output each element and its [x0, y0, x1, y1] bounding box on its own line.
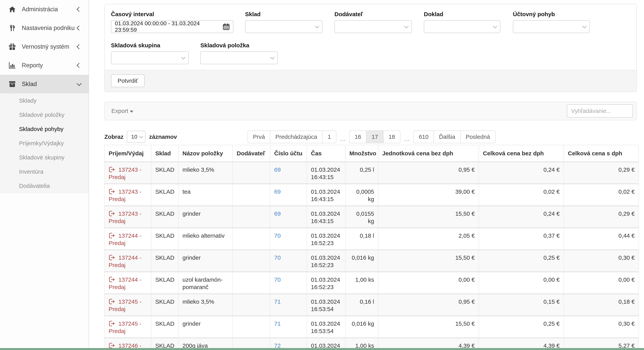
- cell-account: 71: [270, 294, 307, 316]
- caret-down-icon: [130, 111, 133, 113]
- page-size-value: 10: [131, 134, 140, 140]
- sign-out-icon: [109, 189, 117, 195]
- time-interval-input[interactable]: 01.03.2024 00:00:00 - 31.03.2024 23:59:5…: [111, 20, 234, 33]
- uctovny-pohyb-select[interactable]: [513, 20, 590, 33]
- chevron-left-icon: [76, 7, 82, 12]
- pagination-page-17[interactable]: 17: [366, 130, 384, 143]
- cell-quantity: 0,25 l: [345, 162, 378, 184]
- cell-time: 01.03.202416:52:23: [307, 228, 345, 250]
- cell-item-name: grinder: [178, 250, 232, 272]
- movement-date: 01.03.2024: [311, 210, 341, 218]
- pagination-page-18[interactable]: 18: [383, 130, 400, 143]
- sklad-select[interactable]: [245, 20, 322, 33]
- cell-quantity: 0,18 l: [345, 228, 378, 250]
- cell-quantity: 0,0155 kg: [345, 206, 378, 228]
- chevron-down-icon: [404, 24, 408, 28]
- column-header-account[interactable]: Číslo účtu: [270, 145, 307, 162]
- sidebar-item-administracia[interactable]: Administrácia: [0, 0, 88, 19]
- chevron-down-icon: [315, 24, 319, 28]
- account-link[interactable]: 71: [274, 320, 280, 327]
- pagination-page-1[interactable]: 1: [322, 130, 336, 143]
- sidebar-subitem-inventura[interactable]: Inventúra: [0, 164, 88, 179]
- skladova-polozka-select[interactable]: [200, 51, 278, 64]
- account-link[interactable]: 70: [274, 254, 280, 261]
- movement-link[interactable]: 137243 - Predaj: [109, 166, 142, 180]
- sign-out-icon: [109, 166, 117, 173]
- table-body: 137243 - PredajSKLADmlieko 3,5%6901.03.2…: [104, 162, 639, 350]
- column-header-total_net[interactable]: Celková cena bez dph: [479, 145, 564, 162]
- movement-link[interactable]: 137244 - Predaj: [109, 254, 142, 268]
- column-header-unit_price_net[interactable]: Jednotková cena bez dph: [378, 145, 479, 162]
- cell-total-net: 0,00 €: [479, 272, 564, 294]
- archive-box-icon: [8, 81, 17, 87]
- sklad-filter-label: Sklad: [245, 11, 322, 18]
- account-link[interactable]: 70: [274, 276, 280, 283]
- column-header-warehouse[interactable]: Sklad: [151, 145, 178, 162]
- sidebar-item-reporty[interactable]: Reporty: [0, 56, 88, 75]
- sidebar-subitem-skladove-pohyby[interactable]: Skladové pohyby: [0, 122, 88, 136]
- sidebar-item-label: Sklad: [22, 81, 77, 88]
- account-link[interactable]: 69: [274, 211, 280, 217]
- column-header-quantity[interactable]: Množstvo: [345, 145, 378, 162]
- cell-unit-price-net: 0,00 €: [378, 272, 479, 294]
- cell-quantity: 0,016 kg: [345, 316, 378, 338]
- cell-unit-price-net: 39,00 €: [378, 184, 479, 206]
- cell-supplier: [232, 250, 270, 272]
- doklad-select[interactable]: [424, 20, 500, 33]
- skladova-skupina-select[interactable]: [111, 51, 189, 64]
- pagination-page-16[interactable]: 16: [349, 130, 366, 143]
- table-row: 137245 - PredajSKLADmlieko 3,5%7101.03.2…: [104, 294, 639, 316]
- pagination-first[interactable]: Prvá: [248, 130, 270, 143]
- chevron-down-icon: [181, 55, 186, 59]
- confirm-button[interactable]: Potvrdiť: [111, 74, 144, 87]
- sidebar-subitem-sklady[interactable]: Sklady: [0, 93, 88, 108]
- column-header-doc[interactable]: Príjem/Výdaj: [104, 145, 151, 162]
- column-header-supplier[interactable]: Dodávateľ: [232, 145, 270, 162]
- sidebar-subitem-prijemky-vydajky[interactable]: Príjemky/Výdajky: [0, 136, 88, 150]
- column-header-total_gross[interactable]: Celková cena s dph: [564, 145, 639, 162]
- sidebar-item-sklad[interactable]: Sklad: [0, 75, 88, 93]
- movement-link[interactable]: 137243 - Predaj: [109, 189, 142, 202]
- cell-total-net: 0,25 €: [479, 316, 564, 338]
- column-header-item_name[interactable]: Názov položky: [178, 145, 232, 162]
- movement-link[interactable]: 137243 - Predaj: [109, 211, 142, 224]
- movement-link[interactable]: 137245 - Predaj: [109, 298, 142, 312]
- pagination-next[interactable]: Ďalšia: [434, 130, 460, 143]
- sidebar-item-label: Nastavenia podniku: [22, 25, 77, 32]
- account-link[interactable]: 69: [274, 166, 280, 173]
- sidebar-item-nastavenia-podniku[interactable]: Nastavenia podniku: [0, 19, 88, 37]
- pagination-page-610[interactable]: 610: [413, 130, 434, 143]
- sidebar-subitem-skladove-polozky[interactable]: Skladové položky: [0, 108, 88, 122]
- chevron-left-icon: [76, 44, 82, 49]
- export-dropdown-button[interactable]: Export: [111, 102, 133, 120]
- sidebar-item-vernostny-system[interactable]: Vernostný systém: [0, 37, 88, 56]
- skladova-polozka-filter-label: Skladová položka: [200, 42, 278, 49]
- account-link[interactable]: 70: [274, 232, 280, 239]
- cell-warehouse: SKLAD: [151, 272, 178, 294]
- uctovny-pohyb-filter-label: Účtovný pohyb: [513, 11, 590, 18]
- cell-quantity: 0,016 kg: [345, 250, 378, 272]
- movement-time: 16:52:23: [311, 261, 341, 269]
- sidebar-subitem-skladove-skupiny[interactable]: Skladové skupiny: [0, 150, 88, 164]
- movement-link[interactable]: 137244 - Predaj: [109, 232, 142, 246]
- page-size-select[interactable]: 10: [127, 131, 146, 143]
- filter-panel: Časový interval 01.03.2024 00:00:00 - 31…: [104, 4, 637, 92]
- column-header-time[interactable]: Čas: [307, 145, 345, 162]
- movement-link[interactable]: 137245 - Predaj: [109, 320, 142, 334]
- cell-supplier: [232, 184, 270, 206]
- movement-date: 01.03.2024: [311, 320, 341, 327]
- pagination-last[interactable]: Posledná: [460, 130, 495, 143]
- cell-doc: 137244 - Predaj: [104, 272, 151, 294]
- movement-link[interactable]: 137244 - Predaj: [109, 276, 142, 290]
- sidebar-subitem-dodavatelia[interactable]: Dodávatelia: [0, 179, 88, 193]
- dodavatel-select[interactable]: [334, 20, 412, 33]
- account-link[interactable]: 71: [274, 298, 280, 305]
- pagination-previous[interactable]: Predchádzajúca: [270, 130, 322, 143]
- cell-warehouse: SKLAD: [151, 184, 178, 206]
- movement-date: 01.03.2024: [311, 298, 341, 305]
- search-input[interactable]: [567, 104, 633, 118]
- cell-account: 70: [270, 228, 307, 250]
- bar-chart-icon: [8, 62, 17, 69]
- cell-quantity: 1,00 ks: [345, 272, 378, 294]
- account-link[interactable]: 69: [274, 189, 280, 195]
